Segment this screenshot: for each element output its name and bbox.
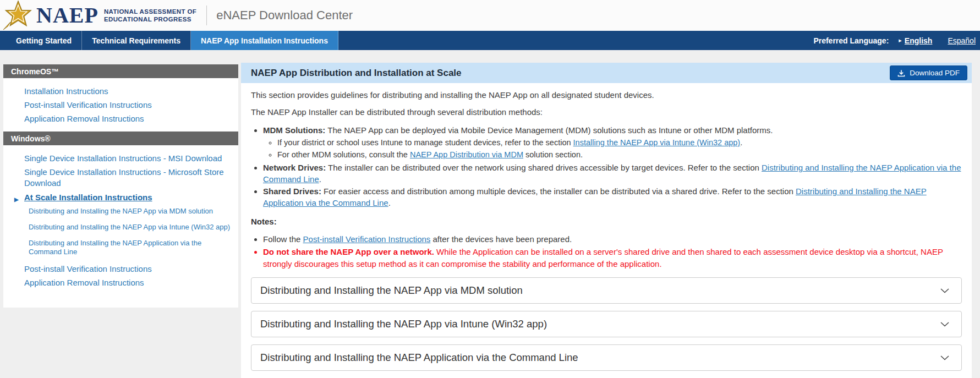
sidebar-chromeos-list: Installation Instructions Post-install V… [3,78,238,132]
page-title: eNAEP Download Center [216,8,353,23]
bullet-mdm-solutions: MDM Solutions: The NAEP App can be deplo… [263,124,962,160]
link-distribution-via-mdm[interactable]: NAEP App Distribution via MDM [410,150,523,159]
sidebar-item-chromeos-post-install-verification[interactable]: Post-install Verification Instructions [24,100,232,111]
main-nav: Getting Started Technical Requirements N… [0,31,980,50]
sidebar-item-windows-application-removal[interactable]: Application Removal Instructions [24,277,232,288]
link-post-install-verification[interactable]: Post-install Verification Instructions [303,234,431,244]
chevron-down-icon [940,355,949,360]
naep-star-icon [2,1,33,30]
sidebar-at-scale-sublist: Distributing and Installing the NAEP App… [29,207,232,256]
language-link-english[interactable]: English [905,36,933,45]
app-header: NAEP NATIONAL ASSESSMENT OF EDUCATIONAL … [0,0,980,31]
sidebar-subitem-intune-win32[interactable]: Distributing and Installing the NAEP App… [29,223,232,232]
notes-list: Follow the Post-install Verification Ins… [251,233,962,270]
sidebar-item-windows-msi-download[interactable]: Single Device Installation Instructions … [24,153,232,164]
main-content-panel: NAEP App Distribution and Installation a… [241,63,972,378]
active-item-marker-icon: ▶ [14,194,19,205]
language-link-espanol[interactable]: Español [948,36,976,45]
tab-getting-started[interactable]: Getting Started [6,31,82,50]
content-body: This section provides guidelines for dis… [241,90,972,371]
language-selected-arrow-icon: ▸ [899,37,902,44]
sidebar-item-chromeos-installation[interactable]: Installation Instructions [24,86,232,97]
accordion-command-line[interactable]: Distributing and Installing the NAEP App… [251,344,962,371]
logo-acronym: NAEP [36,2,98,29]
sub-bullet-other-mdm: For other MDM solutions, consult the NAE… [277,150,962,160]
sidebar-item-at-scale-installation[interactable]: ▶ At Scale Installation Instructions [24,192,232,203]
notes-label: Notes: [251,216,962,227]
sidebar: ChromeOS™ Installation Instructions Post… [3,64,238,308]
sidebar-item-windows-post-install-verification[interactable]: Post-install Verification Instructions [24,264,232,275]
bullet-shared-drives: Shared Drives: For easier access and dis… [263,185,962,209]
download-icon [897,69,905,77]
content-title-bar: NAEP App Distribution and Installation a… [241,63,972,83]
intro-paragraph-2: The NAEP App Installer can be distribute… [251,107,962,118]
sidebar-item-chromeos-application-removal[interactable]: Application Removal Instructions [24,113,232,124]
download-pdf-button[interactable]: Download PDF [890,65,967,80]
sidebar-section-windows: Windows® [3,132,238,145]
logo-subtext: NATIONAL ASSESSMENT OF EDUCATIONAL PROGR… [104,6,207,25]
chevron-down-icon [940,322,949,327]
sub-bullet-intune: If your district or school uses Intune t… [277,138,962,147]
sidebar-section-chromeos: ChromeOS™ [3,64,238,78]
distribution-methods-list: MDM Solutions: The NAEP App can be deplo… [251,124,962,209]
chevron-down-icon [940,288,949,293]
naep-logo: NAEP NATIONAL ASSESSMENT OF EDUCATIONAL … [2,1,353,30]
note-do-not-share-warning: Do not share the NAEP App over a network… [263,246,962,270]
sidebar-item-windows-microsoft-store-download[interactable]: Single Device Installation Instructions … [24,167,232,189]
sidebar-subitem-mdm-solution[interactable]: Distributing and Installing the NAEP App… [29,207,232,216]
tab-naep-app-installation-instructions[interactable]: NAEP App Installation Instructions [191,31,338,50]
accordion-mdm-solution[interactable]: Distributing and Installing the NAEP App… [251,277,962,304]
bullet-network-drives: Network Drives: The installer can be dis… [263,162,962,185]
language-switcher: Preferred Language: ▸ English Español [813,31,976,50]
tab-technical-requirements[interactable]: Technical Requirements [82,31,191,50]
content-title: NAEP App Distribution and Installation a… [251,68,462,79]
intro-paragraph-1: This section provides guidelines for dis… [251,90,962,101]
accordion-intune-win32[interactable]: Distributing and Installing the NAEP App… [251,311,962,337]
sidebar-subitem-command-line[interactable]: Distributing and Installing the NAEP App… [29,239,232,256]
preferred-language-label: Preferred Language: [813,36,889,45]
sidebar-windows-list: Single Device Installation Instructions … [3,145,238,295]
link-installing-via-intune[interactable]: Installing the NAEP App via Intune (Win3… [573,138,741,147]
mdm-sub-list: If your district or school uses Intune t… [263,138,962,160]
note-post-install-verification: Follow the Post-install Verification Ins… [263,233,962,245]
